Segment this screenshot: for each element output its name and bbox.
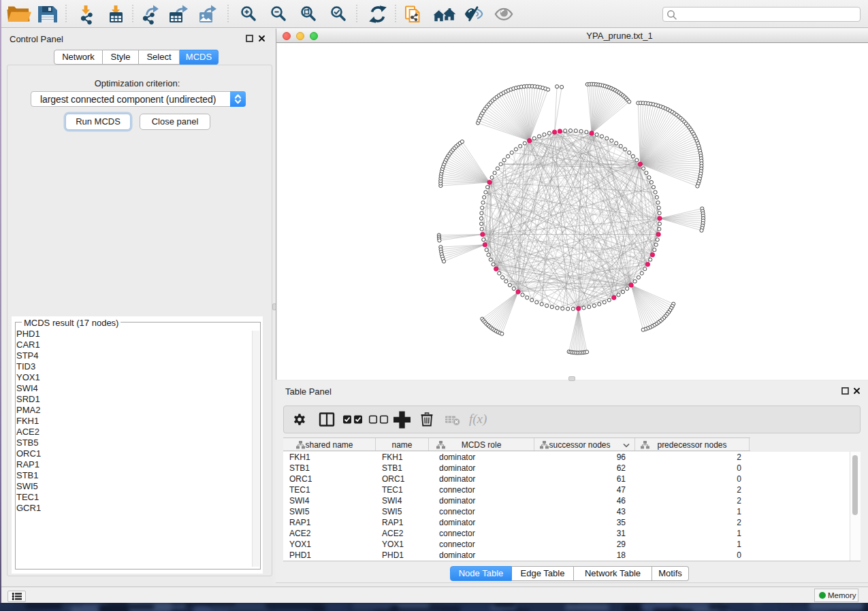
svg-text:f(x): f(x) bbox=[469, 412, 487, 427]
